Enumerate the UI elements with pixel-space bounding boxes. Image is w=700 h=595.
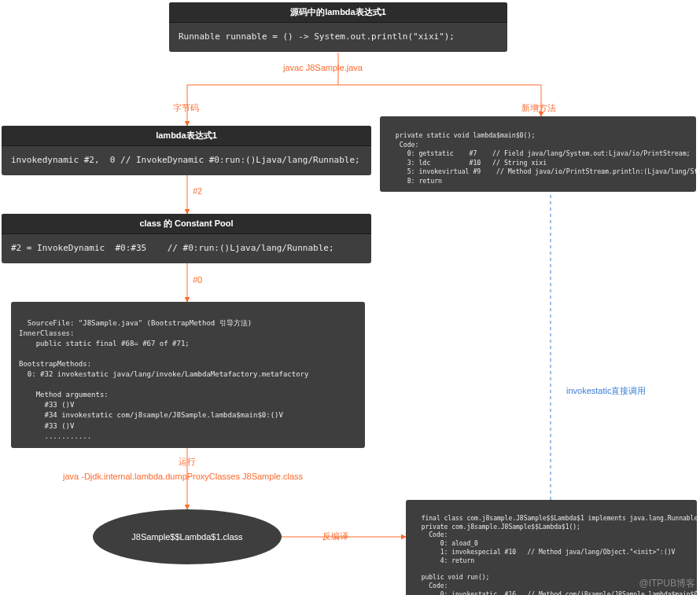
edge-invokestatic: invokestatic直接调用	[566, 385, 646, 397]
node-bootstrap: SourceFile: "J8Sample.java" (BootstrapMe…	[11, 302, 365, 448]
node-source-title: 源码中的lambda表达式1	[169, 2, 507, 23]
edge-decompile: 反编译	[322, 531, 348, 542]
node-bytecode: lambda表达式1 invokedynamic #2, 0 // Invoke…	[2, 126, 371, 175]
node-constpool-code: #2 = InvokeDynamic #0:#35 // #0:run:()Lj…	[2, 234, 371, 263]
node-bytecode-code: invokedynamic #2, 0 // InvokeDynamic #0:…	[2, 146, 371, 175]
node-proxyclass-label: J8Sample$$Lambda$1.class	[131, 532, 242, 542]
edge-run-lbl: 运行	[179, 456, 196, 468]
node-bytecode-title: lambda表达式1	[2, 126, 371, 146]
edge-run-cmd: java -Djdk.internal.lambda.dumpProxyClas…	[63, 472, 303, 481]
node-constpool-title: class 的 Constant Pool	[2, 214, 371, 234]
watermark: @ITPUB博客	[639, 577, 695, 590]
node-newmethod: private static void lambda$main$0(); Cod…	[380, 116, 696, 192]
node-source: 源码中的lambda表达式1 Runnable runnable = () ->…	[169, 2, 507, 52]
edge-ref2: #2	[193, 186, 202, 196]
edge-javac: javac J8Sample.java	[283, 63, 363, 72]
node-source-code: Runnable runnable = () -> System.out.pri…	[169, 23, 507, 52]
edge-ref0: #0	[193, 275, 202, 285]
edge-newmethod: 新增方法	[521, 102, 556, 114]
edge-bytecode: 字节码	[173, 102, 199, 114]
node-proxyclass: J8Sample$$Lambda$1.class	[93, 509, 282, 564]
node-bootstrap-code: SourceFile: "J8Sample.java" (BootstrapMe…	[19, 319, 308, 440]
node-newmethod-code: private static void lambda$main$0(); Cod…	[388, 131, 700, 184]
node-constpool: class 的 Constant Pool #2 = InvokeDynamic…	[2, 214, 371, 263]
